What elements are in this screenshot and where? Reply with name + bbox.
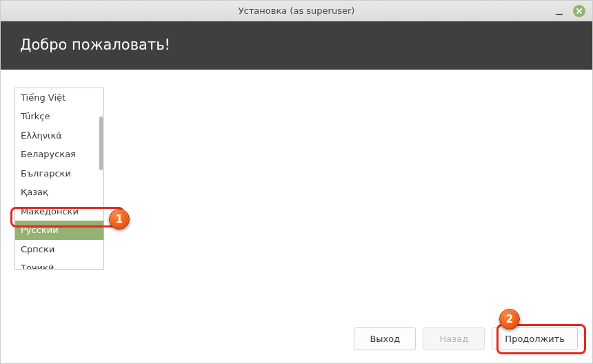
window-controls (555, 5, 585, 17)
language-item[interactable]: Тоҷикӣ (15, 259, 103, 270)
language-item[interactable]: Ελληνικά (15, 126, 103, 145)
language-item[interactable]: Қазақ (15, 183, 103, 201)
continue-button[interactable]: Продолжить (492, 327, 578, 350)
content-area: Tiếng Việt Türkçe Ελληνικά Беларуская Бъ… (1, 70, 592, 319)
titlebar: Установка (as superuser) (1, 1, 592, 21)
window-title: Установка (as superuser) (1, 6, 592, 16)
back-button: Назад (423, 327, 485, 350)
close-button[interactable] (573, 5, 585, 17)
minimize-button[interactable] (555, 7, 563, 15)
scrollbar-track[interactable] (99, 89, 103, 268)
welcome-heading: Добро пожаловать! (20, 37, 573, 53)
annotation-marker-1: 1 (109, 209, 130, 230)
header-band: Добро пожаловать! (1, 21, 592, 70)
language-item[interactable]: Български (15, 164, 103, 183)
annotation-marker-2: 2 (499, 309, 520, 330)
language-item[interactable]: Tiếng Việt (15, 88, 103, 107)
scrollbar-thumb[interactable] (99, 117, 103, 170)
button-row: Выход Назад Продолжить (354, 327, 578, 350)
language-item[interactable]: Беларуская (15, 145, 103, 163)
language-list[interactable]: Tiếng Việt Türkçe Ελληνικά Беларуская Бъ… (14, 88, 104, 270)
language-item[interactable]: Српски (15, 240, 103, 259)
language-item[interactable]: Македонски (15, 202, 103, 221)
language-item-selected[interactable]: Русский (15, 221, 103, 239)
language-item[interactable]: Türkçe (15, 107, 103, 125)
quit-button[interactable]: Выход (354, 327, 416, 350)
